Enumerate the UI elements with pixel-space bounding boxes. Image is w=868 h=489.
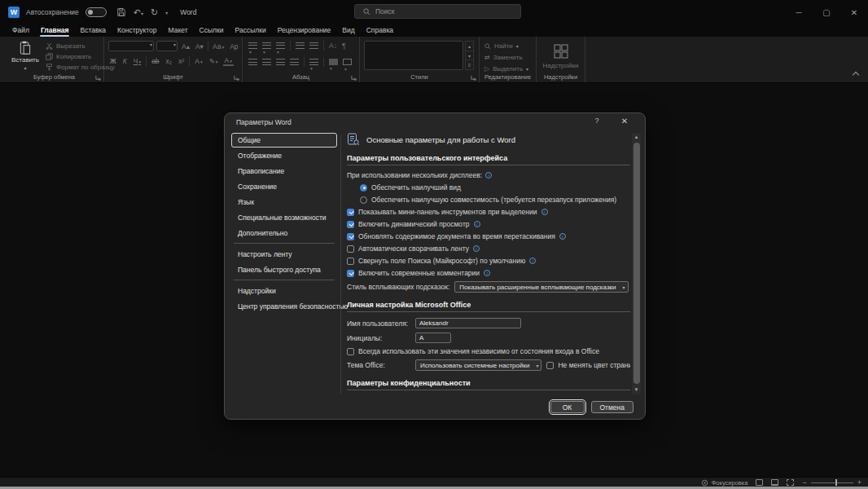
office-theme-select[interactable]: Использовать системные настройки — [415, 359, 541, 371]
focus-mode-button[interactable]: Фокусировка — [701, 479, 748, 487]
web-layout-icon[interactable] — [787, 479, 794, 486]
dialog-close-button[interactable]: ✕ — [619, 117, 630, 126]
dialog-nav-item[interactable]: Дополнительно — [231, 226, 337, 240]
ribbon-tab[interactable]: Вид — [336, 24, 360, 37]
change-case-button[interactable]: Аа — [211, 42, 226, 51]
checkbox-option[interactable]: Обновлять содержимое документа во время … — [347, 232, 630, 240]
checkbox-option[interactable]: Показывать мини-панель инструментов при … — [347, 208, 630, 216]
paragraph-dialog-launcher-icon[interactable] — [351, 75, 357, 81]
font-color-button[interactable]: А — [223, 56, 234, 66]
autosave-toggle[interactable] — [85, 7, 107, 17]
zoom-in-icon[interactable]: + — [857, 478, 861, 487]
superscript-button[interactable]: х² — [177, 57, 186, 65]
dialog-nav-item[interactable]: Настроить ленту — [231, 247, 337, 262]
font-dialog-launcher-icon[interactable] — [234, 75, 239, 81]
underline-button[interactable]: Ч — [132, 57, 142, 65]
grow-font-button[interactable]: А▴ — [180, 42, 191, 51]
italic-button[interactable]: К — [121, 57, 129, 65]
paste-button[interactable]: Вставить ▾ — [10, 41, 41, 75]
ribbon-tab[interactable]: Рецензирование — [272, 24, 337, 37]
font-name-combo[interactable] — [108, 41, 154, 51]
scroll-down-icon[interactable]: ▼ — [632, 385, 641, 394]
print-layout-icon[interactable] — [771, 479, 778, 486]
cancel-button[interactable]: Отмена — [591, 401, 634, 413]
always-use-checkbox[interactable]: Всегда использовать эти значения независ… — [347, 347, 630, 355]
clipboard-dialog-launcher-icon[interactable] — [95, 75, 101, 81]
dialog-scrollbar[interactable]: ▲ ▼ — [632, 133, 641, 394]
shrink-font-button[interactable]: А▾ — [194, 42, 205, 51]
dialog-nav-item[interactable]: Центр управления безопасностью — [231, 299, 337, 314]
undo-icon[interactable]: ↶▾ — [134, 8, 143, 17]
justify-icon[interactable] — [290, 59, 299, 65]
bullet-list-icon[interactable] — [248, 42, 257, 49]
dialog-nav-item[interactable]: Отображение — [231, 148, 337, 163]
clear-formatting-button[interactable]: Ар — [228, 42, 239, 51]
align-right-icon[interactable] — [276, 59, 285, 65]
dialog-nav-item[interactable]: Специальные возможности — [231, 210, 337, 225]
font-size-combo[interactable] — [156, 41, 178, 51]
checkbox-option[interactable]: Автоматически сворачивать ленту i — [347, 244, 630, 253]
qat-more-icon[interactable]: ▾ — [165, 10, 168, 15]
ribbon-tab[interactable]: Макет — [163, 24, 194, 37]
username-input[interactable]: Aleksandr — [415, 318, 521, 328]
ribbon-tab[interactable]: Справка — [361, 24, 399, 37]
dialog-help-button[interactable]: ? — [591, 117, 603, 125]
ok-button[interactable]: ОК — [550, 401, 585, 413]
checkbox-option[interactable]: Включить динамический просмотр i — [347, 220, 630, 228]
page-color-checkbox[interactable]: Не менять цвет страниц документа i — [546, 361, 630, 369]
initials-input[interactable]: A — [415, 333, 451, 343]
zoom-slider-thumb[interactable] — [835, 479, 837, 486]
subscript-button[interactable]: х₂ — [164, 57, 174, 65]
scrollbar-thumb[interactable] — [633, 143, 640, 384]
minimize-button[interactable]: ─ — [785, 0, 813, 24]
radio-option[interactable]: Обеспечить наилучшую совместимость (треб… — [360, 196, 630, 204]
line-spacing-icon[interactable] — [309, 59, 318, 65]
highlight-button[interactable]: ✎ — [208, 57, 220, 65]
bold-button[interactable]: Ж — [108, 57, 118, 65]
ribbon-tab[interactable]: Главная — [35, 24, 75, 37]
scroll-up-icon[interactable]: ▲ — [632, 133, 641, 142]
restore-button[interactable]: ▢ — [813, 0, 840, 24]
ribbon-tab[interactable]: Рассылки — [230, 24, 272, 37]
multilevel-list-icon[interactable] — [276, 42, 285, 49]
styles-more-icon[interactable]: ≡ — [465, 60, 474, 70]
save-icon[interactable] — [116, 7, 126, 17]
checkbox-option[interactable]: Включить современные комментарии i — [347, 269, 630, 277]
dialog-nav-item[interactable]: Общие — [231, 133, 337, 148]
pilcrow-icon[interactable]: ¶ — [342, 42, 346, 50]
close-button[interactable]: ✕ — [840, 0, 868, 24]
styles-gallery[interactable] — [364, 41, 463, 70]
radio-option[interactable]: Обеспечить наилучший вид — [360, 183, 630, 192]
decrease-indent-icon[interactable] — [296, 42, 305, 49]
dialog-nav-item[interactable]: Язык — [231, 195, 337, 209]
replace-button[interactable]: ⇄ Заменить — [484, 54, 536, 61]
sort-icon[interactable]: А↓ — [329, 42, 337, 50]
addins-button[interactable]: Надстройки — [537, 41, 585, 69]
dialog-nav-item[interactable]: Надстройки — [231, 284, 337, 298]
styles-dialog-launcher-icon[interactable] — [471, 75, 476, 81]
tooltip-style-select[interactable]: Показывать расширенные всплывающие подск… — [454, 281, 628, 293]
align-left-icon[interactable] — [248, 59, 257, 65]
ribbon-tab[interactable]: Файл — [7, 24, 35, 37]
dialog-nav-item[interactable]: Правописание — [231, 164, 337, 178]
dialog-nav-item[interactable]: Сохранение — [231, 179, 337, 194]
styles-scroll-down-icon[interactable]: ▾ — [465, 51, 474, 61]
ribbon-tab[interactable]: Вставка — [74, 24, 112, 37]
zoom-out-icon[interactable]: − — [802, 478, 806, 487]
select-button[interactable]: ▷ Выделить▾ — [484, 65, 536, 73]
borders-icon[interactable] — [343, 59, 352, 65]
checkbox-option[interactable]: Свернуть поле Поиска (Майкрософт) по умо… — [347, 257, 630, 265]
text-effects-button[interactable]: А — [193, 57, 204, 65]
ribbon-tab[interactable]: Ссылки — [194, 24, 230, 37]
search-box[interactable]: Поиск — [354, 4, 521, 19]
increase-indent-icon[interactable] — [309, 42, 318, 49]
ribbon-tab[interactable]: Конструктор — [112, 24, 162, 37]
strikethrough-button[interactable]: ab — [150, 57, 160, 65]
dialog-nav-item[interactable]: Панель быстрого доступа — [231, 262, 337, 277]
read-mode-icon[interactable] — [756, 479, 763, 486]
styles-scroll-up-icon[interactable]: ▴ — [465, 41, 474, 51]
find-button[interactable]: Найти▾ — [484, 42, 536, 50]
align-center-icon[interactable] — [262, 59, 271, 65]
zoom-slider[interactable] — [811, 482, 853, 483]
collapse-ribbon-icon[interactable] — [853, 72, 859, 78]
